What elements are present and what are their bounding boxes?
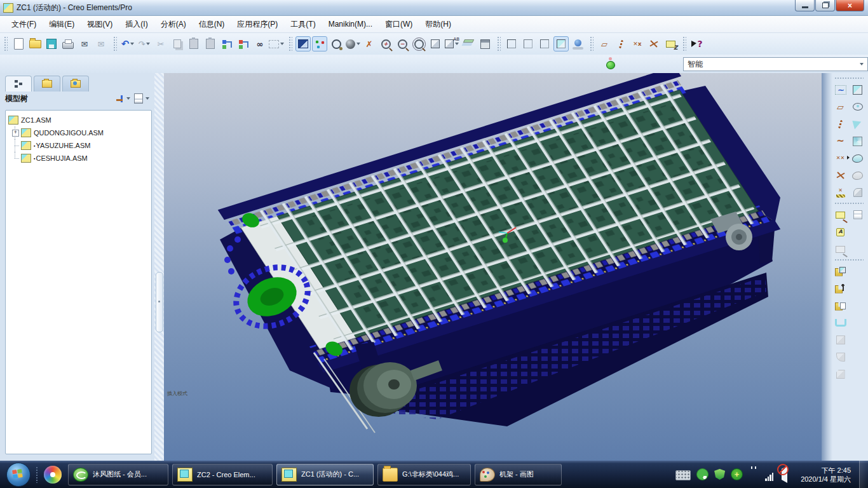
zoom-in-button[interactable]: + [378, 36, 393, 51]
toolbar-grip[interactable] [834, 202, 864, 205]
balloon-note-button[interactable]: A [833, 224, 848, 240]
select-box-button[interactable] [269, 36, 284, 51]
reorient-button[interactable] [428, 36, 443, 51]
taskbar-button-mufeng[interactable]: 沐风图纸 - 会员... [68, 464, 168, 485]
toolbar-grip[interactable] [834, 77, 864, 80]
sweep-button[interactable] [850, 116, 865, 132]
annotations-toggle[interactable]: Z [663, 36, 678, 51]
spin-center-button[interactable] [312, 36, 327, 51]
title-bar[interactable]: ZC1 (活动的) - Creo Elements/Pro × [0, 0, 868, 16]
network-signal-icon[interactable] [765, 470, 776, 481]
regenerate-button[interactable] [219, 36, 234, 51]
menu-view[interactable]: 视图(V) [81, 17, 119, 32]
menu-help[interactable]: 帮助(H) [419, 17, 458, 32]
menu-applications[interactable]: 应用程序(P) [231, 17, 284, 32]
toolbar-grip[interactable] [497, 36, 501, 51]
regen-manager-button[interactable] [236, 36, 251, 51]
taskbar-button-zc2[interactable]: ZC2 - Creo Elem... [172, 464, 273, 485]
merge-button[interactable] [850, 168, 865, 183]
toolbar-grip[interactable] [4, 36, 8, 51]
taskbar-button-zc1-active[interactable]: ZC1 (活动的) - C... [276, 464, 374, 485]
datum-points-toggle[interactable]: ✕x [630, 36, 645, 51]
datum-axes-toggle[interactable] [613, 36, 628, 51]
cut-button[interactable]: ✂ [153, 36, 168, 51]
panel-sash[interactable] [154, 73, 164, 461]
menu-edit[interactable]: 编辑(E) [43, 17, 81, 32]
chamfer-button[interactable] [833, 367, 848, 382]
shaded-button[interactable] [553, 36, 569, 51]
open-button[interactable] [27, 36, 43, 51]
menu-file[interactable]: 文件(F) [5, 17, 43, 32]
orient-mode-button[interactable] [329, 36, 344, 51]
toolbar-grip[interactable] [590, 36, 593, 51]
datum-csys-button[interactable] [833, 168, 848, 183]
shell-button[interactable] [833, 332, 848, 348]
tree-node-root[interactable]: ZC1.ASM [7, 114, 150, 126]
browser-quicklaunch-icon[interactable] [44, 466, 62, 484]
no-hidden-button[interactable] [537, 36, 552, 51]
note-group-button[interactable] [833, 241, 848, 257]
curve-button[interactable]: ~ [833, 133, 848, 149]
saved-views-button[interactable]: AB [444, 36, 459, 51]
toolbar-grip[interactable] [682, 36, 686, 51]
manikin-button[interactable] [833, 281, 848, 296]
deselect-button[interactable]: ✗ [362, 36, 377, 51]
paste-special-button[interactable] [203, 36, 218, 51]
round-button[interactable] [833, 349, 848, 365]
input-keyboard-icon[interactable] [675, 470, 691, 480]
tray-clock[interactable]: 下午 2:45 2020/1/4 星期六 [801, 466, 851, 484]
datum-point-button[interactable]: ✕✕ [833, 151, 848, 166]
revolve-button[interactable] [850, 99, 865, 114]
view-manager-button[interactable] [477, 36, 492, 51]
3d-assembly-model[interactable] [164, 73, 822, 461]
datum-csys-toggle[interactable] [646, 36, 661, 51]
save-button[interactable] [44, 36, 59, 51]
zoom-out-button[interactable]: − [395, 36, 410, 51]
offset-points-button[interactable]: ✕ [833, 185, 848, 200]
datum-plane-button[interactable]: ▱ [833, 99, 848, 114]
tab-model-tree[interactable] [5, 76, 32, 92]
menu-window[interactable]: 窗口(W) [379, 17, 419, 32]
menu-analysis[interactable]: 分析(A) [154, 17, 193, 32]
copy-button[interactable] [170, 36, 185, 51]
hidden-line-button[interactable] [520, 36, 536, 51]
menu-insert[interactable]: 插入(I) [119, 17, 154, 32]
layers-button[interactable] [461, 36, 476, 51]
close-button[interactable]: × [836, 0, 864, 11]
boundary-blend-button[interactable] [850, 151, 865, 166]
toolbar-grip[interactable] [834, 259, 864, 262]
refit-button[interactable] [411, 36, 426, 51]
tree-node-ceshujia[interactable]: ▪ CESHUJIA.ASM [7, 152, 150, 165]
datum-planes-toggle[interactable]: ▱ [597, 36, 612, 51]
tab-folder-browser[interactable] [34, 76, 60, 92]
context-help-button[interactable]: ? [689, 36, 705, 51]
360-safe-icon[interactable]: + [731, 468, 743, 480]
tree-expander[interactable]: + [12, 130, 19, 137]
repaint-button[interactable] [295, 36, 311, 51]
quicklaunch-grip[interactable] [36, 466, 39, 483]
sash-handle[interactable] [156, 272, 163, 332]
tree-node-yasuzuhe[interactable]: ▪ YASUZUHE.ASM [7, 139, 150, 152]
minimize-button[interactable] [795, 0, 815, 11]
show-desktop-button[interactable] [859, 461, 868, 488]
volume-muted-icon[interactable] [782, 469, 792, 480]
power-plug-icon[interactable] [749, 469, 759, 480]
security-shield-icon[interactable] [714, 469, 725, 480]
graphics-area[interactable]: 插入模式 [164, 73, 822, 461]
selection-filter-dropdown-arrow[interactable] [860, 63, 864, 65]
menu-manikin[interactable]: Manikin(M)... [322, 18, 379, 30]
perspective-button[interactable] [570, 36, 585, 51]
send-mail-button[interactable]: ✉ [77, 36, 92, 51]
create-component-button[interactable] [833, 298, 848, 313]
wechat-icon[interactable] [696, 468, 709, 480]
slot-button[interactable] [833, 315, 848, 330]
menu-info[interactable]: 信息(N) [193, 17, 231, 32]
mail-link-button[interactable]: ✉ [93, 36, 109, 51]
selection-filter-combobox[interactable]: 智能 [683, 57, 868, 71]
trim-button[interactable] [850, 185, 865, 200]
tree-settings-button[interactable] [134, 93, 149, 104]
new-file-button[interactable] [11, 36, 26, 51]
pattern-button[interactable] [850, 207, 865, 222]
wireframe-button[interactable] [504, 36, 519, 51]
print-button[interactable] [60, 36, 76, 51]
